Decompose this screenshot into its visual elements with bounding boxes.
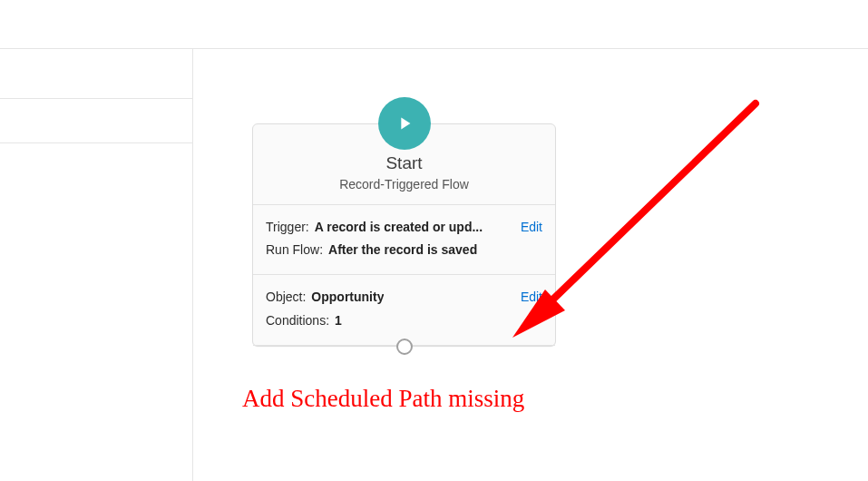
trigger-label: Trigger: (266, 216, 309, 239)
sidebar-slot (0, 98, 192, 143)
runflow-value: After the record is saved (328, 239, 477, 261)
flow-canvas: Start Record-Triggered Flow Edit Trigger… (193, 49, 868, 481)
add-element-connector[interactable] (396, 339, 413, 355)
edit-trigger-link[interactable]: Edit (521, 216, 542, 239)
trigger-row: Trigger: A record is created or upd... (266, 216, 542, 239)
start-title: Start (268, 153, 541, 173)
svg-line-0 (538, 103, 756, 314)
object-row: Object: Opportunity (266, 286, 542, 309)
object-section[interactable]: Edit Object: Opportunity Conditions: 1 (253, 275, 555, 345)
runflow-label: Run Flow: (266, 239, 323, 261)
start-subtitle: Record-Triggered Flow (268, 177, 541, 191)
runflow-row: Run Flow: After the record is saved (266, 239, 542, 261)
left-sidebar (0, 49, 193, 481)
conditions-value: 1 (335, 309, 342, 332)
edit-object-link[interactable]: Edit (521, 286, 542, 309)
annotation-text: Add Scheduled Path missing (242, 385, 524, 413)
object-label: Object: (266, 286, 306, 309)
start-play-button[interactable] (378, 97, 431, 150)
conditions-row: Conditions: 1 (266, 309, 542, 332)
play-icon (395, 113, 414, 133)
conditions-label: Conditions: (266, 309, 329, 332)
trigger-section[interactable]: Edit Trigger: A record is created or upd… (253, 205, 555, 275)
trigger-value: A record is created or upd... (315, 216, 483, 239)
start-node-card[interactable]: Start Record-Triggered Flow Edit Trigger… (252, 123, 556, 347)
object-value: Opportunity (311, 286, 384, 309)
